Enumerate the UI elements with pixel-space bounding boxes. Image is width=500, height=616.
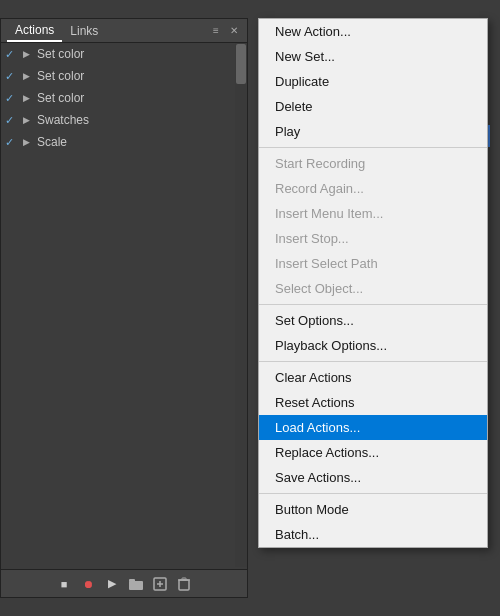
menu-item-button-mode[interactable]: Button Mode (259, 497, 487, 522)
menu-item-insert-select-path: Insert Select Path (259, 251, 487, 276)
menu-item-new-action[interactable]: New Action... (259, 19, 487, 44)
menu-divider (259, 493, 487, 494)
menu-divider (259, 304, 487, 305)
menu-item-label: Replace Actions... (275, 445, 379, 460)
menu-item-load-actions[interactable]: Load Actions... (259, 415, 487, 440)
menu-item-label: New Action... (275, 24, 351, 39)
menu-item-label: Select Object... (275, 281, 363, 296)
list-item[interactable]: ✓ ▶ Set color (1, 87, 247, 109)
menu-item-record-again: Record Again... (259, 176, 487, 201)
menu-item-label: Playback Options... (275, 338, 387, 353)
expand-icon: ▶ (23, 115, 33, 125)
panel-header: Actions Links ≡ ✕ (1, 19, 247, 43)
panel-close-btn[interactable]: ✕ (227, 24, 241, 38)
check-icon: ✓ (5, 70, 19, 83)
check-icon: ✓ (5, 136, 19, 149)
menu-item-save-actions[interactable]: Save Actions... (259, 465, 487, 490)
menu-item-label: Insert Menu Item... (275, 206, 383, 221)
svg-rect-5 (179, 580, 189, 590)
menu-item-play[interactable]: Play (259, 119, 487, 144)
menu-item-label: Load Actions... (275, 420, 360, 435)
play-btn[interactable]: ▶ (103, 575, 121, 593)
menu-item-label: Start Recording (275, 156, 365, 171)
menu-divider (259, 147, 487, 148)
expand-icon: ▶ (23, 49, 33, 59)
expand-icon: ▶ (23, 93, 33, 103)
menu-item-clear-actions[interactable]: Clear Actions (259, 365, 487, 390)
list-item[interactable]: ✓ ▶ Set color (1, 43, 247, 65)
context-menu: New Action... New Set... Duplicate Delet… (258, 18, 488, 548)
action-label: Swatches (37, 113, 243, 127)
menu-divider (259, 361, 487, 362)
menu-item-label: Delete (275, 99, 313, 114)
panel-controls: ≡ ✕ (209, 24, 241, 38)
action-label: Set color (37, 47, 243, 61)
tab-actions[interactable]: Actions (7, 19, 62, 42)
svg-rect-0 (129, 581, 143, 590)
menu-item-set-options[interactable]: Set Options... (259, 308, 487, 333)
menu-item-insert-menu: Insert Menu Item... (259, 201, 487, 226)
action-label: Scale (37, 135, 243, 149)
check-icon: ✓ (5, 92, 19, 105)
list-item[interactable]: ✓ ▶ Set color (1, 65, 247, 87)
panel-toolbar: ■ ⏺ ▶ (1, 569, 247, 597)
menu-item-replace-actions[interactable]: Replace Actions... (259, 440, 487, 465)
scrollbar-thumb[interactable] (236, 44, 246, 84)
svg-rect-7 (182, 578, 186, 580)
action-label: Set color (37, 69, 243, 83)
menu-item-start-recording: Start Recording (259, 151, 487, 176)
panel-menu-btn[interactable]: ≡ (209, 24, 223, 38)
expand-icon: ▶ (23, 137, 33, 147)
menu-item-label: Reset Actions (275, 395, 355, 410)
check-icon: ✓ (5, 114, 19, 127)
menu-item-label: Play (275, 124, 300, 139)
tab-links-label: Links (70, 24, 98, 38)
menu-item-label: Insert Stop... (275, 231, 349, 246)
scrollbar[interactable] (235, 43, 247, 567)
menu-item-label: Batch... (275, 527, 319, 542)
menu-item-label: New Set... (275, 49, 335, 64)
menu-item-delete[interactable]: Delete (259, 94, 487, 119)
menu-item-label: Save Actions... (275, 470, 361, 485)
menu-item-label: Insert Select Path (275, 256, 378, 271)
menu-item-label: Button Mode (275, 502, 349, 517)
menu-item-insert-stop: Insert Stop... (259, 226, 487, 251)
list-item[interactable]: ✓ ▶ Scale (1, 131, 247, 153)
record-btn[interactable]: ⏺ (79, 575, 97, 593)
menu-item-select-object: Select Object... (259, 276, 487, 301)
folder-btn[interactable] (127, 575, 145, 593)
menu-item-new-set[interactable]: New Set... (259, 44, 487, 69)
check-icon: ✓ (5, 48, 19, 61)
menu-item-batch[interactable]: Batch... (259, 522, 487, 547)
delete-btn[interactable] (175, 575, 193, 593)
list-item[interactable]: ✓ ▶ Swatches (1, 109, 247, 131)
expand-icon: ▶ (23, 71, 33, 81)
menu-item-label: Record Again... (275, 181, 364, 196)
menu-item-duplicate[interactable]: Duplicate (259, 69, 487, 94)
new-action-btn[interactable] (151, 575, 169, 593)
svg-rect-1 (129, 579, 135, 582)
menu-item-label: Set Options... (275, 313, 354, 328)
menu-item-reset-actions[interactable]: Reset Actions (259, 390, 487, 415)
action-label: Set color (37, 91, 243, 105)
menu-item-label: Clear Actions (275, 370, 352, 385)
tab-links[interactable]: Links (62, 19, 106, 42)
tab-actions-label: Actions (15, 23, 54, 37)
menu-item-playback-options[interactable]: Playback Options... (259, 333, 487, 358)
menu-item-label: Duplicate (275, 74, 329, 89)
stop-btn[interactable]: ■ (55, 575, 73, 593)
actions-panel: Actions Links ≡ ✕ ✓ ▶ Set color ✓ ▶ Set … (0, 18, 248, 598)
